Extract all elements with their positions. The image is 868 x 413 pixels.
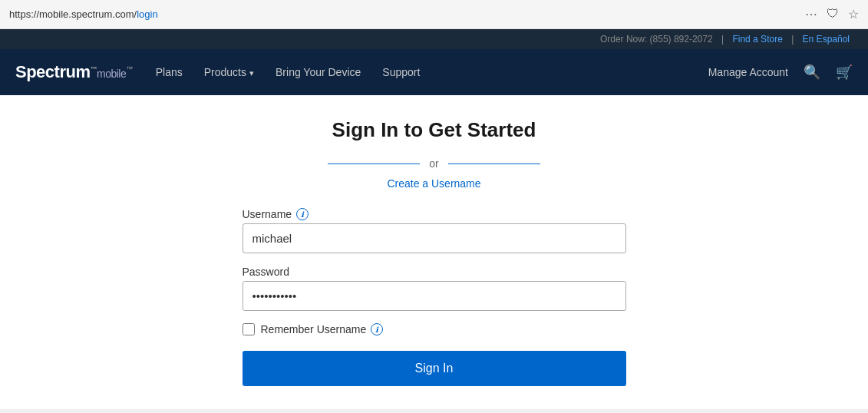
password-input[interactable] [243, 281, 626, 311]
url-path: login [137, 8, 157, 20]
logo-mobile: mobile [97, 68, 126, 80]
signin-title: Sign In to Get Started [243, 118, 626, 142]
password-label: Password [243, 266, 626, 278]
remember-info-icon[interactable]: ℹ [371, 323, 383, 335]
browser-url: https://mobile.spectrum.com/login [9, 8, 158, 20]
or-text: or [429, 157, 438, 170]
en-espanol-link[interactable]: En Español [803, 34, 850, 45]
create-username-link[interactable]: Create a Username [243, 177, 626, 190]
logo-area: Spectrum™mobile™ [15, 62, 133, 82]
password-label-text: Password [243, 266, 289, 278]
remember-checkbox[interactable] [243, 323, 255, 335]
cart-icon[interactable]: 🛒 [836, 64, 853, 81]
products-chevron-icon [249, 66, 254, 78]
username-label-text: Username [243, 208, 292, 220]
signin-container: Sign In to Get Started or Create a Usern… [243, 118, 626, 386]
logo-spectrum: Spectrum [15, 62, 90, 81]
remember-row: Remember Username ℹ [243, 323, 626, 335]
search-icon[interactable]: 🔍 [804, 64, 820, 81]
find-store-link[interactable]: Find a Store [732, 34, 782, 45]
nav-bring-device[interactable]: Bring Your Device [276, 66, 361, 78]
browser-icons: ⋯ 🛡 ☆ [805, 7, 859, 21]
logo-mobile-tm: ™ [126, 65, 133, 73]
order-phone-text: Order Now: (855) 892-2072 [600, 34, 713, 45]
nav-right: Manage Account 🔍 🛒 [708, 64, 853, 81]
separator-1: | [721, 34, 726, 45]
or-line-left [328, 164, 420, 164]
shield-icon[interactable]: 🛡 [827, 7, 839, 21]
main-nav: Spectrum™mobile™ Plans Products Bring Yo… [0, 49, 868, 95]
nav-links: Plans Products Bring Your Device Support [156, 66, 708, 78]
star-icon[interactable]: ☆ [848, 7, 859, 21]
password-group: Password [243, 266, 626, 311]
signin-button[interactable]: Sign In [243, 351, 626, 386]
username-input[interactable] [243, 223, 626, 253]
nav-plans[interactable]: Plans [156, 66, 183, 78]
more-icon[interactable]: ⋯ [805, 7, 817, 21]
nav-products-label: Products [204, 66, 246, 78]
separator-2: | [791, 34, 796, 45]
logo: Spectrum™mobile™ [15, 62, 133, 82]
utility-bar: Order Now: (855) 892-2072 | Find a Store… [0, 29, 868, 49]
nav-support[interactable]: Support [382, 66, 420, 78]
page-content: Sign In to Get Started or Create a Usern… [0, 95, 868, 409]
browser-bar: https://mobile.spectrum.com/login ⋯ 🛡 ☆ [0, 0, 868, 29]
remember-label-text: Remember Username [261, 323, 367, 335]
username-group: Username ℹ [243, 208, 626, 253]
logo-tm: ™ [90, 65, 97, 73]
nav-products[interactable]: Products [204, 66, 254, 78]
or-line-right [448, 164, 540, 164]
username-info-icon[interactable]: ℹ [296, 208, 309, 220]
manage-account-link[interactable]: Manage Account [708, 66, 788, 78]
username-label: Username ℹ [243, 208, 626, 220]
or-divider: or [243, 157, 626, 170]
remember-label: Remember Username ℹ [261, 323, 384, 335]
